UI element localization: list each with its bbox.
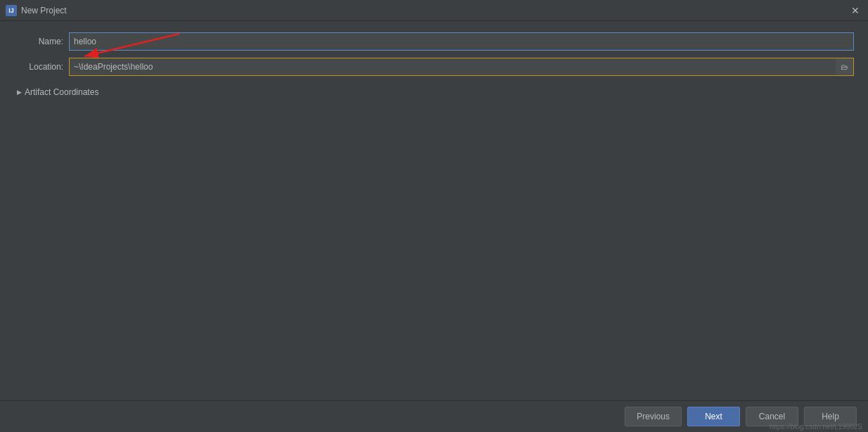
browse-folder-button[interactable]: 🗁: [836, 58, 854, 76]
expand-arrow-icon: ▶: [17, 89, 22, 96]
artifact-coordinates-label: Artifact Coordinates: [25, 87, 98, 97]
close-button[interactable]: ✕: [848, 4, 862, 18]
watermark-url: https://blog.csdn.net/L19002S: [770, 423, 862, 431]
location-wrapper: 🗁: [69, 58, 854, 76]
window-title: New Project: [21, 6, 848, 15]
previous-button[interactable]: Previous: [625, 407, 682, 426]
name-label: Name:: [14, 37, 63, 46]
dialog-window: IJ New Project ✕ Name: Location: 🗁: [0, 0, 868, 432]
name-input[interactable]: [69, 32, 854, 51]
artifact-coordinates-toggle[interactable]: ▶ Artifact Coordinates: [14, 86, 854, 99]
bottom-bar: Previous Next Cancel Help: [0, 400, 868, 432]
location-row: Location: 🗁: [14, 58, 854, 76]
location-input[interactable]: [69, 58, 854, 76]
app-icon: IJ: [6, 5, 17, 16]
content-area: Name: Location: 🗁 ▶ Artifact Coordinates: [0, 21, 868, 400]
artifact-section: ▶ Artifact Coordinates: [14, 86, 854, 99]
next-button[interactable]: Next: [687, 407, 740, 426]
location-label: Location:: [14, 62, 63, 72]
name-row: Name:: [14, 32, 854, 51]
folder-icon: 🗁: [841, 63, 848, 71]
title-bar: IJ New Project ✕: [0, 0, 868, 21]
